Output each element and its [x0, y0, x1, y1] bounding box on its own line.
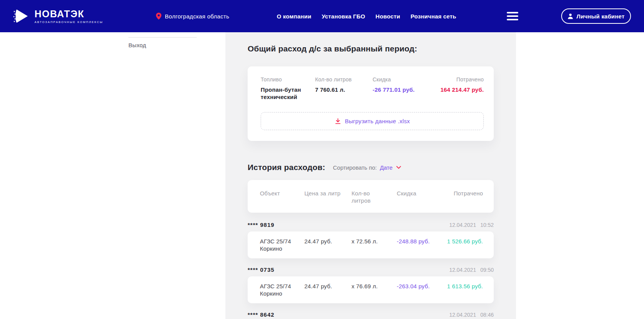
- summary-values-row: Пропан-бутан технический 7 760.61 л. -26…: [261, 86, 484, 101]
- cell-station: АГЗС 25/74 Коркино: [260, 283, 296, 297]
- table-row: АГЗС 25/74 Коркино 24.47 руб. х 76.69 л.…: [248, 276, 494, 303]
- history-table-header: Объект Цена за литр Кол-во литров Скидка…: [248, 180, 494, 213]
- column-liters: Кол-во литров: [352, 190, 378, 204]
- cell-spent: 1 613.56 руб.: [447, 283, 483, 297]
- nav-item-gbo[interactable]: Установка ГБО: [322, 13, 365, 20]
- entry-datetime: 12.04.2021 08:46: [449, 312, 494, 318]
- cell-price: 24.47 руб.: [304, 238, 352, 252]
- map-pin-icon: [156, 13, 161, 20]
- entry-time: 09:50: [480, 267, 494, 273]
- entry-header: **** 8642 12.04.2021 08:46: [248, 311, 494, 318]
- sidebar-divider: [128, 37, 197, 38]
- card-number: **** 0735: [248, 266, 274, 273]
- logo[interactable]: НОВАТЭК АВТОЗАПРАВОЧНЫЕ КОМПЛЕКСЫ: [13, 7, 103, 25]
- summary-label-discount: Скидка: [373, 76, 456, 83]
- nav-item-news[interactable]: Новости: [376, 13, 400, 20]
- column-spent: Потрачено: [453, 190, 483, 204]
- account-button[interactable]: Личный кабинет: [561, 8, 631, 24]
- summary-labels-row: Топливо Кол-во литров Скидка Потрачено: [261, 76, 484, 83]
- column-discount: Скидка: [397, 190, 453, 204]
- sort-control: Сортировать по: Дате: [333, 164, 401, 171]
- card-number: **** 9819: [248, 221, 274, 228]
- sidebar-logout-link[interactable]: Выход: [128, 42, 146, 48]
- summary-label-fuel: Топливо: [261, 76, 315, 83]
- entry-date: 12.04.2021: [449, 267, 476, 273]
- history-header: История расходов: Сортировать по: Дате: [248, 163, 494, 172]
- entry-header: **** 0735 12.04.2021 09:50: [248, 266, 494, 273]
- cell-discount: -248.88 руб.: [397, 238, 447, 252]
- cell-liters: х 76.69 л.: [352, 283, 397, 297]
- cell-liters: х 72.56 л.: [352, 238, 397, 252]
- chevron-down-icon[interactable]: [396, 166, 401, 169]
- export-xlsx-button[interactable]: Выгрузить данные .xlsx: [261, 112, 484, 130]
- summary-title: Общий расход д/с за выбранный период:: [248, 44, 494, 53]
- summary-value-discount: -26 771.01 руб.: [373, 86, 440, 101]
- logo-text: НОВАТЭК АВТОЗАПРАВОЧНЫЕ КОМПЛЕКСЫ: [34, 9, 103, 24]
- column-price: Цена за литр: [304, 190, 352, 204]
- column-object: Объект: [260, 190, 304, 204]
- region-selector[interactable]: Волгоградская область: [156, 13, 229, 20]
- content-panel: Общий расход д/с за выбранный период: То…: [225, 32, 516, 319]
- download-icon: [335, 118, 341, 124]
- summary-value-fuel: Пропан-бутан технический: [261, 86, 307, 101]
- sort-value-link[interactable]: Дате: [380, 164, 393, 171]
- nav-item-about[interactable]: О компании: [277, 13, 311, 20]
- card-number: **** 8642: [248, 311, 274, 318]
- entry-datetime: 12.04.2021 10:52: [449, 222, 494, 228]
- region-label: Волгоградская область: [165, 13, 229, 20]
- history-title: История расходов:: [248, 163, 325, 172]
- user-icon: [568, 13, 573, 19]
- export-xlsx-label: Выгрузить данные .xlsx: [345, 118, 410, 124]
- entry-datetime: 12.04.2021 09:50: [449, 267, 494, 273]
- page-body: Выход Общий расход д/с за выбранный пери…: [0, 32, 644, 319]
- summary-label-spent: Потрачено: [456, 76, 484, 83]
- logo-subtitle: АВТОЗАПРАВОЧНЫЕ КОМПЛЕКСЫ: [34, 20, 103, 24]
- summary-value-liters: 7 760.61 л.: [315, 86, 373, 101]
- cell-spent: 1 526.66 руб.: [447, 238, 483, 252]
- entry-time: 10:52: [480, 222, 494, 228]
- entry-time: 08:46: [480, 312, 494, 318]
- summary-value-spent: 164 214.47 руб.: [440, 86, 484, 101]
- top-navbar: НОВАТЭК АВТОЗАПРАВОЧНЫЕ КОМПЛЕКСЫ Волгог…: [0, 0, 644, 32]
- entry-date: 12.04.2021: [449, 312, 476, 318]
- hamburger-menu-icon[interactable]: [507, 12, 518, 20]
- entry-date: 12.04.2021: [449, 222, 476, 228]
- summary-card: Топливо Кол-во литров Скидка Потрачено П…: [248, 66, 494, 141]
- sort-label: Сортировать по:: [333, 164, 377, 171]
- main-nav: О компании Установка ГБО Новости Розничн…: [277, 13, 456, 20]
- cell-price: 24.47 руб.: [304, 283, 352, 297]
- logo-mark-icon: [13, 7, 31, 25]
- logo-title: НОВАТЭК: [34, 9, 103, 19]
- cell-station: АГЗС 25/74 Коркино: [260, 238, 296, 252]
- summary-label-liters: Кол-во литров: [315, 76, 373, 83]
- account-button-label: Личный кабинет: [577, 13, 624, 20]
- nav-item-retail[interactable]: Розничная сеть: [411, 13, 456, 20]
- table-row: АГЗС 25/74 Коркино 24.47 руб. х 72.56 л.…: [248, 231, 494, 258]
- entry-header: **** 9819 12.04.2021 10:52: [248, 221, 494, 228]
- cell-discount: -263.04 руб.: [397, 283, 447, 297]
